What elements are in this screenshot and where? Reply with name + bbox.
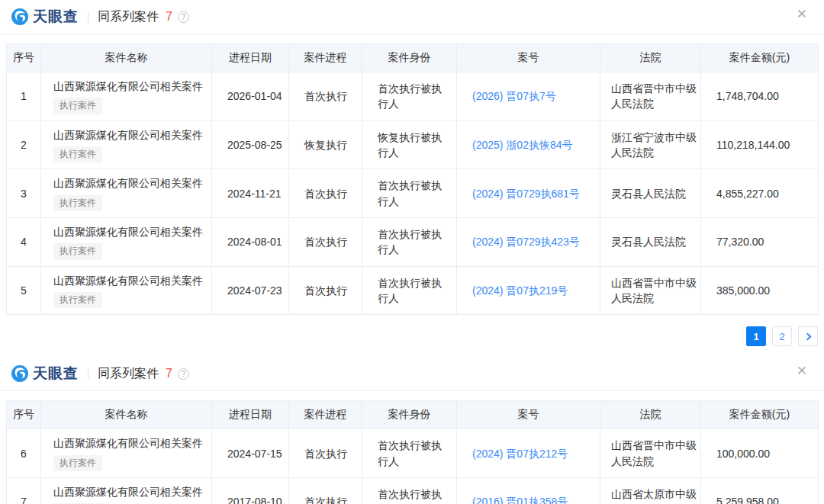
case-number-link[interactable]: (2024) 晋07执212号	[472, 448, 568, 460]
case-type-tag: 执行案件	[53, 455, 102, 471]
col-identity: 案件身份	[362, 44, 457, 72]
help-icon[interactable]: ?	[178, 11, 189, 23]
next-page-icon	[803, 332, 811, 340]
case-name-cell: 山西聚源煤化有限公司相关案件 执行案件	[41, 120, 212, 169]
col-case-no: 案号	[457, 44, 600, 72]
case-name: 山西聚源煤化有限公司相关案件	[53, 435, 207, 451]
tianyancha-logo: 天眼查	[11, 7, 79, 27]
case-amount: 77,320.00	[701, 218, 819, 267]
case-number-link[interactable]: (2026) 晋07执7号	[472, 90, 556, 102]
col-case-name: 案件名称	[41, 401, 212, 429]
case-number-link[interactable]: (2025) 浙02执恢84号	[472, 139, 573, 151]
case-name: 山西聚源煤化有限公司相关案件	[53, 79, 207, 94]
help-icon[interactable]: ?	[178, 368, 189, 380]
court: 浙江省宁波市中级人民法院	[600, 120, 701, 169]
col-amount: 案件金额(元)	[701, 44, 819, 72]
case-identity: 首次执行被执行人	[362, 266, 457, 315]
col-date: 进程日期	[212, 401, 289, 429]
same-series-cases-panel-2: 天眼查 同系列案件 7 ? ✕ 序号 案件名称 进程日期 案件进程 案件身份 案…	[0, 357, 824, 504]
case-name: 山西聚源煤化有限公司相关案件	[53, 224, 207, 239]
case-amount: 4,855,227.00	[701, 169, 819, 218]
brand-name: 天眼查	[33, 364, 79, 384]
col-court: 法院	[600, 44, 701, 72]
panel-title: 同系列案件	[98, 366, 159, 382]
col-progress: 案件进程	[289, 401, 362, 429]
progress-date: 2024-07-15	[212, 429, 289, 478]
col-case-name: 案件名称	[41, 44, 212, 72]
row-seq: 2	[7, 120, 41, 169]
page-button-2[interactable]: 2	[772, 326, 792, 346]
case-amount: 385,000.00	[701, 266, 819, 315]
progress-date: 2025-08-25	[212, 120, 289, 169]
col-court: 法院	[600, 401, 701, 429]
case-number-link[interactable]: (2024) 晋0729执681号	[472, 188, 580, 200]
table-row: 6 山西聚源煤化有限公司相关案件 执行案件 2024-07-15 首次执行 首次…	[7, 429, 819, 478]
case-name: 山西聚源煤化有限公司相关案件	[53, 175, 207, 191]
case-number-link[interactable]: (2016) 晋01执358号	[472, 496, 568, 504]
case-type-tag: 执行案件	[53, 243, 102, 259]
case-type-tag: 执行案件	[53, 98, 102, 114]
progress-date: 2026-01-04	[212, 72, 289, 121]
close-icon[interactable]: ✕	[797, 364, 807, 379]
table-row: 2 山西聚源煤化有限公司相关案件 执行案件 2025-08-25 恢复执行 恢复…	[7, 120, 819, 169]
case-identity: 恢复执行被执行人	[362, 120, 457, 169]
progress-date: 2024-11-21	[212, 169, 289, 218]
case-name-cell: 山西聚源煤化有限公司相关案件 执行案件	[41, 218, 212, 267]
header-divider	[88, 368, 89, 380]
court: 灵石县人民法院	[600, 218, 701, 267]
case-identity: 首次执行被执行人	[362, 72, 457, 121]
court: 灵石县人民法院	[600, 169, 701, 218]
case-name: 山西聚源煤化有限公司相关案件	[53, 127, 207, 143]
case-identity: 首次执行被执行人	[362, 429, 457, 478]
case-amount: 1,748,704.00	[701, 72, 819, 121]
col-amount: 案件金额(元)	[701, 401, 819, 429]
next-page-button[interactable]	[798, 326, 818, 346]
court: 山西省晋中市中级人民法院	[600, 72, 701, 121]
case-type-tag: 执行案件	[53, 195, 102, 211]
panel-header: 天眼查 同系列案件 7 ? ✕	[0, 0, 824, 34]
header-divider	[88, 11, 89, 23]
case-count-badge: 7	[166, 10, 172, 24]
row-seq: 7	[7, 478, 41, 504]
case-progress: 恢复执行	[289, 120, 362, 169]
close-icon[interactable]: ✕	[797, 7, 807, 22]
case-name-cell: 山西聚源煤化有限公司相关案件 执行案件	[41, 429, 212, 478]
progress-date: 2024-07-23	[212, 266, 289, 315]
case-identity: 首次执行被执行人	[362, 218, 457, 267]
col-seq: 序号	[7, 44, 41, 72]
case-number-link[interactable]: (2024) 晋0729执423号	[472, 236, 580, 248]
table-row: 7 山西聚源煤化有限公司相关案件 执行案件 2017-08-10 首次执行 首次…	[7, 478, 819, 504]
cases-table: 序号 案件名称 进程日期 案件进程 案件身份 案号 法院 案件金额(元) 6 山…	[6, 400, 819, 504]
table-row: 3 山西聚源煤化有限公司相关案件 执行案件 2024-11-21 首次执行 首次…	[7, 169, 819, 218]
case-amount: 100,000.00	[701, 429, 819, 478]
case-progress: 首次执行	[289, 478, 362, 504]
brand-name: 天眼查	[33, 7, 79, 27]
same-series-cases-panel-1: 天眼查 同系列案件 7 ? ✕ 序号 案件名称 进程日期 案件进程 案件身份 案…	[0, 0, 824, 346]
case-progress: 首次执行	[289, 429, 362, 478]
panel-header: 天眼查 同系列案件 7 ? ✕	[0, 357, 824, 391]
case-name-cell: 山西聚源煤化有限公司相关案件 执行案件	[41, 266, 212, 315]
col-case-no: 案号	[457, 401, 600, 429]
table-header-row: 序号 案件名称 进程日期 案件进程 案件身份 案号 法院 案件金额(元)	[7, 401, 819, 429]
cases-table: 序号 案件名称 进程日期 案件进程 案件身份 案号 法院 案件金额(元) 1 山…	[6, 43, 819, 315]
col-seq: 序号	[7, 401, 41, 429]
page-button-1[interactable]: 1	[746, 326, 766, 346]
table-row: 5 山西聚源煤化有限公司相关案件 执行案件 2024-07-23 首次执行 首次…	[7, 266, 819, 315]
case-number-link[interactable]: (2024) 晋07执219号	[472, 284, 568, 297]
row-seq: 5	[7, 266, 41, 315]
table-header-row: 序号 案件名称 进程日期 案件进程 案件身份 案号 法院 案件金额(元)	[7, 44, 819, 72]
case-name-cell: 山西聚源煤化有限公司相关案件 执行案件	[41, 169, 212, 218]
row-seq: 6	[7, 429, 41, 478]
case-identity: 首次执行被执行人	[362, 169, 457, 218]
case-progress: 首次执行	[289, 218, 362, 267]
progress-date: 2017-08-10	[212, 478, 289, 504]
progress-date: 2024-08-01	[212, 218, 289, 267]
case-type-tag: 执行案件	[53, 292, 102, 308]
row-seq: 4	[7, 218, 41, 267]
case-progress: 首次执行	[289, 72, 362, 121]
case-name: 山西聚源煤化有限公司相关案件	[53, 273, 207, 288]
case-amount: 5,259,958.00	[701, 478, 819, 504]
tianyancha-logo-icon	[11, 8, 29, 26]
col-date: 进程日期	[212, 44, 289, 72]
case-type-tag: 执行案件	[53, 146, 102, 162]
